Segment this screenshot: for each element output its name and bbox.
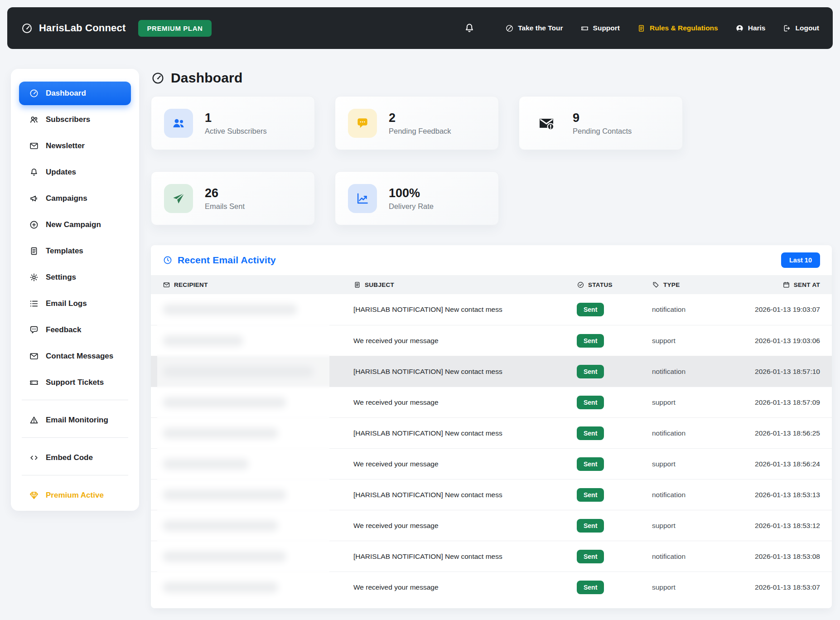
redacted-recipient xyxy=(163,335,243,346)
sidebar-item-updates[interactable]: Updates xyxy=(19,160,131,184)
page-title-text: Dashboard xyxy=(171,70,243,86)
table-row[interactable]: [HARISLAB NOTIFICATION] New contact mess… xyxy=(151,356,832,387)
status-badge: Sent xyxy=(577,426,604,440)
mail-alert-icon xyxy=(532,109,561,138)
status-cell: Sent xyxy=(577,581,652,594)
graph-icon xyxy=(348,184,377,213)
sidebar-item-templates[interactable]: Templates xyxy=(19,239,131,263)
status-badge: Sent xyxy=(577,581,604,594)
status-cell: Sent xyxy=(577,426,652,440)
sidebar-item-feedback[interactable]: Feedback xyxy=(19,318,131,342)
table-row[interactable]: [HARISLAB NOTIFICATION] New contact mess… xyxy=(151,294,832,325)
table-body: [HARISLAB NOTIFICATION] New contact mess… xyxy=(151,294,832,602)
gem-icon xyxy=(29,490,39,500)
stat-card-pending-feedback: 2 Pending Feedback xyxy=(335,96,499,150)
nav-haris[interactable]: Haris xyxy=(735,24,766,33)
header-nav: Take the Tour Support Rules & Regulation… xyxy=(505,24,819,33)
redacted-recipient xyxy=(163,489,286,500)
recipient-cell xyxy=(163,397,353,408)
sidebar-item-contact-messages[interactable]: Contact Messages xyxy=(19,344,131,368)
sidebar-item-embed-code[interactable]: Embed Code xyxy=(19,446,131,470)
status-badge: Sent xyxy=(577,396,604,409)
brand-name: HarisLab Connect xyxy=(39,22,126,34)
subject-cell: [HARISLAB NOTIFICATION] New contact mess xyxy=(353,552,577,561)
logout-icon xyxy=(782,24,791,33)
sidebar-item-new-campaign[interactable]: New Campaign xyxy=(19,213,131,237)
list-icon xyxy=(29,299,39,309)
send-icon xyxy=(164,184,193,213)
notifications-bell-icon[interactable] xyxy=(463,22,475,34)
nav-rules-regulations[interactable]: Rules & Regulations xyxy=(637,24,718,33)
compass-icon xyxy=(505,24,514,33)
sidebar-item-settings[interactable]: Settings xyxy=(19,266,131,289)
redacted-recipient xyxy=(163,397,286,408)
code-icon xyxy=(29,453,39,463)
sent-at-cell: 2026-01-13 18:56:25 xyxy=(752,429,820,437)
sidebar-item-dashboard[interactable]: Dashboard xyxy=(19,82,131,105)
type-cell: notification xyxy=(652,429,752,437)
status-badge: Sent xyxy=(577,365,604,378)
people-icon xyxy=(29,115,39,125)
ticket-icon xyxy=(580,24,589,33)
sidebar-item-subscribers[interactable]: Subscribers xyxy=(19,108,131,131)
table-row[interactable]: We received your message Sent support 20… xyxy=(151,572,832,602)
subject-cell: We received your message xyxy=(353,583,577,591)
column-header-type: TYPE xyxy=(652,281,752,289)
warning-icon xyxy=(29,415,39,425)
envelope-icon xyxy=(29,351,39,361)
top-navbar: HarisLab Connect PREMIUM PLAN Take the T… xyxy=(7,7,833,49)
sidebar-divider xyxy=(22,437,128,438)
sent-at-cell: 2026-01-13 19:03:06 xyxy=(752,337,820,345)
sidebar-item-email-logs[interactable]: Email Logs xyxy=(19,292,131,315)
sent-at-cell: 2026-01-13 18:53:08 xyxy=(752,552,820,561)
recipient-cell xyxy=(163,428,353,439)
gauge-icon xyxy=(151,71,165,85)
recipient-cell xyxy=(163,582,353,593)
status-cell: Sent xyxy=(577,550,652,563)
status-cell: Sent xyxy=(577,303,652,316)
sidebar-item-email-monitoring[interactable]: Email Monitoring xyxy=(19,408,131,432)
type-cell: support xyxy=(652,337,752,345)
sidebar-item-campaigns[interactable]: Campaigns xyxy=(19,187,131,210)
recipient-cell xyxy=(163,489,353,500)
stat-label: Pending Feedback xyxy=(389,127,451,136)
subject-cell: [HARISLAB NOTIFICATION] New contact mess xyxy=(353,429,577,437)
bell-icon xyxy=(29,167,39,177)
status-badge: Sent xyxy=(577,457,604,471)
table-row[interactable]: We received your message Sent support 20… xyxy=(151,510,832,541)
nav-logout[interactable]: Logout xyxy=(782,24,819,33)
sidebar-item-support-tickets[interactable]: Support Tickets xyxy=(19,371,131,394)
gauge-icon xyxy=(29,88,39,98)
recipient-cell xyxy=(163,551,353,562)
sidebar-divider xyxy=(22,400,128,400)
stat-value: 9 xyxy=(573,111,632,126)
table-row[interactable]: We received your message Sent support 20… xyxy=(151,325,832,356)
status-cell: Sent xyxy=(577,365,652,378)
table-row[interactable]: [HARISLAB NOTIFICATION] New contact mess… xyxy=(151,541,832,572)
file-text-icon xyxy=(637,24,646,33)
status-badge: Sent xyxy=(577,303,604,316)
recipient-cell xyxy=(163,304,353,315)
subject-cell: [HARISLAB NOTIFICATION] New contact mess xyxy=(353,368,577,376)
sent-at-cell: 2026-01-13 19:03:07 xyxy=(752,305,820,314)
nav-support[interactable]: Support xyxy=(580,24,620,33)
redacted-recipient xyxy=(163,428,278,439)
column-header-status: STATUS xyxy=(577,281,652,289)
brand[interactable]: HarisLab Connect xyxy=(21,22,126,34)
people-fill-icon xyxy=(164,109,193,138)
table-row[interactable]: We received your message Sent support 20… xyxy=(151,387,832,417)
table-row[interactable]: [HARISLAB NOTIFICATION] New contact mess… xyxy=(151,479,832,510)
type-cell: notification xyxy=(652,491,752,499)
status-badge: Sent xyxy=(577,519,604,533)
sidebar-item-newsletter[interactable]: Newsletter xyxy=(19,134,131,158)
calendar-icon xyxy=(782,281,790,289)
sent-at-cell: 2026-01-13 18:57:10 xyxy=(752,368,820,376)
column-header-subject: SUBJECT xyxy=(353,281,577,289)
stat-label: Emails Sent xyxy=(205,202,245,211)
table-header-row: RECIPIENT SUBJECT STATUS TYPE SENT AT xyxy=(151,275,832,294)
nav-take-the-tour[interactable]: Take the Tour xyxy=(505,24,563,33)
last-10-button[interactable]: Last 10 xyxy=(781,252,820,268)
table-row[interactable]: [HARISLAB NOTIFICATION] New contact mess… xyxy=(151,417,832,448)
column-header-sent-at: SENT AT xyxy=(752,281,820,289)
table-row[interactable]: We received your message Sent support 20… xyxy=(151,448,832,479)
